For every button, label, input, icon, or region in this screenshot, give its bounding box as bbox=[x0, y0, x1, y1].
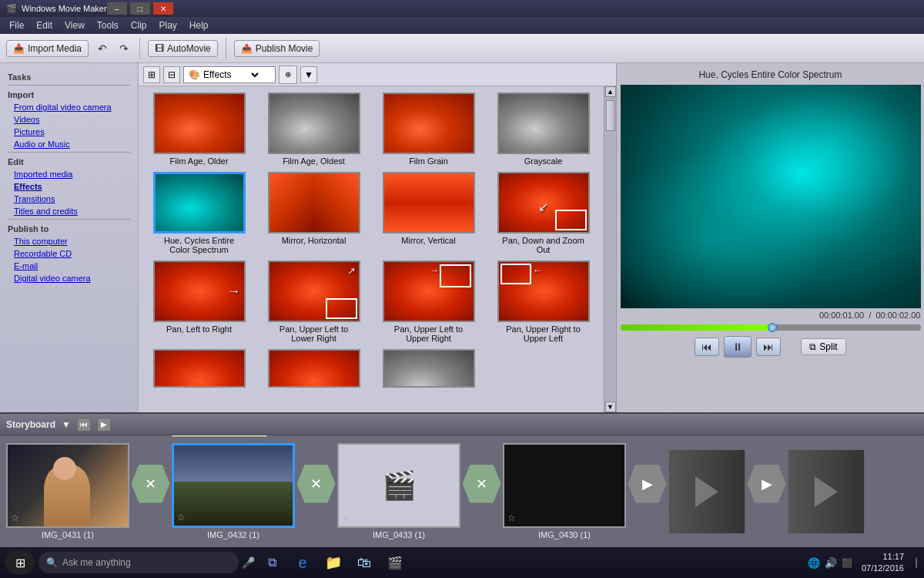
volume-icon[interactable]: 🔊 bbox=[825, 557, 837, 569]
story-clip-2[interactable]: ☆ IMG_0432 (1) Duration: 00:00:47.20 IMG… bbox=[172, 443, 295, 539]
taskbar-app-edge[interactable]: e bbox=[289, 549, 316, 576]
story-clip-4[interactable]: ☆ IMG_0430 (1) bbox=[503, 443, 626, 539]
window-controls: – □ ✕ bbox=[107, 2, 173, 15]
scroll-down-arrow[interactable]: ▼ bbox=[605, 402, 616, 412]
sidebar-link-transitions[interactable]: Transitions bbox=[0, 193, 138, 205]
effects-dropdown[interactable]: 🎨 Effects Transitions bbox=[183, 66, 276, 83]
scroll-thumb[interactable] bbox=[606, 100, 615, 131]
taskbar-app-wmm[interactable]: 🎬 bbox=[381, 549, 409, 576]
minimize-button[interactable]: – bbox=[107, 2, 127, 15]
preview-progress-thumb[interactable] bbox=[768, 323, 777, 332]
clip-tooltip: IMG_0432 (1) Duration: 00:00:47.20 bbox=[172, 435, 267, 437]
effect-item-film-age-oldest[interactable]: Film Age, Oldest bbox=[259, 92, 368, 166]
effect-item-mirror-v[interactable]: Mirror, Vertical bbox=[374, 172, 483, 254]
sidebar-divider-1 bbox=[8, 85, 130, 86]
fast-forward-button[interactable]: ⏭ bbox=[756, 338, 781, 356]
transition-1[interactable]: ✕ bbox=[129, 462, 172, 505]
taskbar: ⊞ 🔍 Ask me anything 🎤 ⧉ e 📁 🛍 🎬 🌐 🔊 ⬛ 11… bbox=[0, 547, 924, 578]
clock-date: 07/12/2016 bbox=[862, 563, 904, 574]
effects-grid-container: Film Age, Older Film Age, Oldest bbox=[139, 86, 616, 412]
effect-item-hue-cycles[interactable]: Hue, Cycles Entire Color Spectrum bbox=[145, 172, 253, 254]
rewind-button[interactable]: ⏮ bbox=[695, 338, 719, 356]
view-btn-2[interactable]: ⊟ bbox=[163, 66, 180, 83]
effect-label: Pan, Upper Left to Lower Right bbox=[268, 324, 360, 343]
effect-item-grayscale[interactable]: Grayscale bbox=[489, 92, 598, 166]
effect-item-extra-2[interactable] bbox=[259, 349, 368, 388]
sidebar-link-this-computer[interactable]: This computer bbox=[0, 235, 138, 247]
size-button[interactable]: ⊕ bbox=[279, 66, 297, 84]
menu-play[interactable]: Play bbox=[153, 18, 183, 32]
play-pause-button[interactable]: ⏸ bbox=[724, 336, 752, 358]
transition-2[interactable]: ✕ bbox=[295, 462, 337, 505]
sidebar-link-audio[interactable]: Audio or Music bbox=[0, 138, 138, 150]
story-clip-3[interactable]: 🎬 ☆ IMG_0433 (1) bbox=[337, 443, 460, 539]
preview-controls: ⏮ ⏸ ⏭ ⧉ Split bbox=[695, 336, 845, 358]
effect-item-pan-ul-lr[interactable]: ↗ Pan, Upper Left to Lower Right bbox=[259, 260, 368, 343]
toolbar-separator bbox=[139, 38, 140, 59]
search-bar[interactable]: 🔍 Ask me anything bbox=[38, 552, 239, 573]
menu-file[interactable]: File bbox=[3, 18, 30, 32]
taskbar-app-store[interactable]: 🛍 bbox=[350, 549, 378, 576]
scroll-up-arrow[interactable]: ▲ bbox=[605, 86, 616, 97]
effect-item-pan-left-right[interactable]: → Pan, Left to Right bbox=[145, 260, 253, 343]
menu-view[interactable]: View bbox=[59, 18, 91, 32]
automovie-icon: 🎞 bbox=[155, 43, 164, 54]
close-button[interactable]: ✕ bbox=[153, 2, 173, 15]
transition-3[interactable]: ✕ bbox=[460, 462, 503, 505]
sidebar-link-email[interactable]: E-mail bbox=[0, 260, 138, 272]
sidebar-link-effects[interactable]: Effects bbox=[0, 180, 138, 193]
network-icon[interactable]: 🌐 bbox=[808, 557, 820, 569]
preview-time-total: 00:00:02.00 bbox=[875, 311, 920, 320]
publish-movie-button[interactable]: 📤 Publish Movie bbox=[234, 40, 320, 57]
effect-item-extra-3[interactable] bbox=[374, 349, 483, 388]
microphone-icon[interactable]: 🎤 bbox=[242, 556, 255, 569]
start-button[interactable]: ⊞ bbox=[5, 550, 35, 575]
empty-film-2 bbox=[788, 449, 865, 534]
show-desktop-button[interactable]: ▕ bbox=[907, 558, 919, 568]
sidebar-link-dv-camera[interactable]: Digital video camera bbox=[0, 272, 138, 284]
tasks-title: Tasks bbox=[0, 69, 138, 83]
effect-item-pan-down-zoom[interactable]: ↙ Pan, Down and Zoom Out bbox=[489, 172, 598, 254]
import-media-button[interactable]: 📥 Import Media bbox=[6, 40, 89, 57]
preview-progress-bar[interactable] bbox=[621, 324, 921, 331]
menu-tools[interactable]: Tools bbox=[91, 18, 125, 32]
menu-help[interactable]: Help bbox=[183, 18, 215, 32]
storyboard-play-button[interactable]: ▶ bbox=[97, 418, 111, 432]
sidebar-link-videos[interactable]: Videos bbox=[0, 113, 138, 126]
effect-label: Pan, Upper Left to Upper Right bbox=[383, 324, 475, 343]
effects-scrollbar: ▲ ▼ bbox=[604, 86, 616, 412]
menu-edit[interactable]: Edit bbox=[30, 18, 59, 32]
effect-item-film-grain[interactable]: Film Grain bbox=[374, 92, 483, 166]
sidebar-link-pictures[interactable]: Pictures bbox=[0, 126, 138, 138]
sidebar-link-digital-camera[interactable]: From digital video camera bbox=[0, 101, 138, 113]
storyboard-dropdown-icon: ▼ bbox=[62, 419, 71, 430]
effect-item-pan-ur-ul[interactable]: ← Pan, Upper Right to Upper Left bbox=[489, 260, 598, 343]
effect-item-extra-1[interactable] bbox=[145, 349, 253, 388]
automovie-button[interactable]: 🎞 AutoMovie bbox=[148, 40, 218, 57]
transition-5[interactable]: ▶ bbox=[745, 462, 788, 505]
sidebar-link-recordable-cd[interactable]: Recordable CD bbox=[0, 247, 138, 260]
menu-clip[interactable]: Clip bbox=[125, 18, 153, 32]
undo-button[interactable]: ↶ bbox=[95, 39, 110, 58]
story-clip-1[interactable]: ☆ IMG_0431 (1) bbox=[6, 443, 129, 539]
sidebar-link-imported-media[interactable]: Imported media bbox=[0, 168, 138, 180]
view-btn-1[interactable]: ⊞ bbox=[143, 66, 160, 83]
effect-item-film-age-older[interactable]: Film Age, Older bbox=[145, 92, 253, 166]
search-icon: 🔍 bbox=[46, 557, 58, 568]
redo-button[interactable]: ↷ bbox=[116, 39, 132, 58]
sidebar-link-titles[interactable]: Titles and credits bbox=[0, 205, 138, 217]
storyboard-header: Storyboard ▼ ⏮ ▶ bbox=[0, 414, 924, 435]
effects-select[interactable]: Effects Transitions bbox=[200, 69, 261, 81]
storyboard-prev-button[interactable]: ⏮ bbox=[77, 418, 91, 432]
split-button[interactable]: ⧉ Split bbox=[801, 338, 845, 355]
transition-4[interactable]: ▶ bbox=[626, 462, 668, 505]
view-btn-arrow[interactable]: ▼ bbox=[300, 66, 317, 83]
taskbar-app-explorer[interactable]: 📁 bbox=[320, 549, 347, 576]
taskbar-clock[interactable]: 11:17 07/12/2016 bbox=[862, 551, 904, 575]
effect-item-pan-ul-ur[interactable]: → Pan, Upper Left to Upper Right bbox=[374, 260, 483, 343]
maximize-button[interactable]: □ bbox=[130, 2, 150, 15]
sidebar: Tasks Import From digital video camera V… bbox=[0, 63, 139, 412]
effect-item-mirror-h[interactable]: Mirror, Horizontal bbox=[259, 172, 368, 254]
taskbar-app-task-view[interactable]: ⧉ bbox=[258, 549, 286, 576]
app-icon: 🎬 bbox=[6, 4, 17, 14]
